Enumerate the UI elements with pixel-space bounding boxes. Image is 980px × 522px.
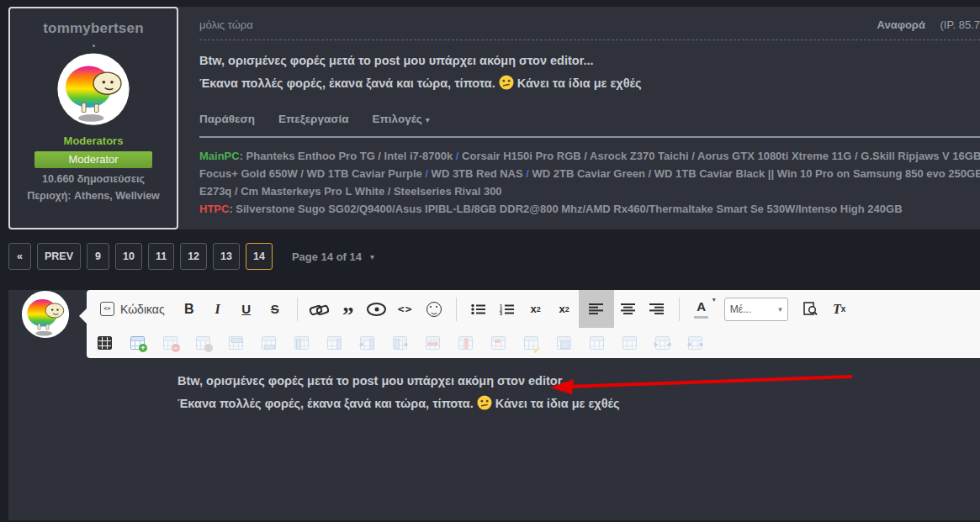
move-column-right-icon: ► [393, 336, 407, 350]
post-timestamp[interactable]: μόλις τώρα [199, 18, 253, 31]
subscript-button[interactable]: x2 [522, 290, 550, 328]
numbered-list-button[interactable]: 123 [493, 290, 522, 328]
link-button[interactable] [305, 290, 334, 328]
merge-cells-horizontal-button[interactable]: ►◄ [654, 335, 670, 351]
insert-table-button[interactable] [130, 335, 146, 351]
editor-box: Κώδικας B I U S ” <> [87, 290, 980, 415]
delete-row-button[interactable] [425, 335, 441, 351]
header-divider [199, 40, 980, 40]
page-button-11[interactable]: 11 [148, 243, 174, 270]
post-text-line2: Έκανα πολλές φορές, έκανα ξανά και τώρα,… [199, 72, 980, 95]
author-post-count: 10.660 δημοσιεύσεις [10, 173, 177, 185]
split-cells-button[interactable]: ◄► [687, 335, 703, 351]
toolbar-row-formatting: Κώδικας B I U S ” <> [87, 290, 980, 328]
author-username[interactable]: tommybertsen [10, 20, 177, 37]
insert-column-right-button[interactable] [326, 335, 342, 351]
insert-row-above-icon [229, 336, 243, 350]
author-avatar[interactable] [56, 52, 130, 126]
chevron-down-icon: ▾ [778, 305, 782, 314]
table-icon [98, 336, 112, 350]
strikethrough-button[interactable]: S [261, 290, 289, 328]
editor-text-line2: Έκανα πολλές φορές, έκανα ξανά και τώρα,… [177, 393, 980, 415]
move-column-right-button[interactable]: ► [392, 335, 408, 351]
prev-page-button[interactable]: PREV [37, 243, 81, 270]
text-color-button[interactable]: A▾ [687, 290, 716, 328]
page-button-9[interactable]: 9 [87, 243, 109, 270]
post-main: μόλις τώρα Αναφορά (IP. 85.7 Btw, ορισμέ… [178, 7, 980, 229]
source-code-icon: <> [398, 303, 413, 314]
edit-cell-button[interactable] [523, 335, 539, 351]
confused-emoji-icon [477, 395, 492, 410]
pagination: « PREV 9 10 11 12 13 14 Page 14 of 14▾ [8, 243, 980, 270]
insert-column-left-button[interactable] [294, 335, 310, 351]
page-info-dropdown[interactable]: Page 14 of 14▾ [292, 250, 374, 263]
quote-button[interactable]: Παράθεση [199, 113, 255, 125]
editor-text-line1: Btw, ορισμένες φορές μετά το post μου υπ… [177, 370, 980, 393]
table-button[interactable] [97, 335, 113, 351]
align-left-icon [589, 303, 604, 314]
insert-row-below-icon [262, 336, 276, 350]
page-button-14-current[interactable]: 14 [246, 243, 273, 270]
delete-row-icon [426, 336, 440, 350]
code-page-icon [100, 302, 114, 316]
first-page-button[interactable]: « [8, 243, 31, 270]
author-panel: tommybertsen Moderators Moderator 10.660… [8, 7, 178, 229]
font-size-dropdown[interactable]: Μέ...▾ [724, 298, 788, 321]
table-properties-button[interactable] [195, 335, 211, 351]
table-grid-b-button[interactable] [622, 335, 638, 351]
bulleted-list-icon [471, 303, 486, 315]
merge-cells-button[interactable] [556, 335, 572, 351]
emoticon-button[interactable] [420, 290, 448, 328]
blockquote-button[interactable]: ” [334, 290, 363, 328]
toolbar-row-table-tools: ◄ ► ►◄ ◄► [87, 328, 980, 358]
quote-icon: ” [342, 311, 354, 319]
move-column-left-button[interactable]: ◄ [359, 335, 375, 351]
preview-button[interactable] [363, 290, 391, 328]
signature-line2: Focus+ Gold 650W / WD 1TB Caviar Purple … [199, 165, 980, 182]
align-right-button[interactable] [643, 290, 671, 328]
italic-button[interactable]: I [204, 290, 232, 328]
delete-column-icon [458, 336, 473, 350]
align-center-button[interactable] [614, 290, 643, 328]
report-link[interactable]: Αναφορά [877, 18, 925, 31]
table-grid-a-button[interactable] [589, 335, 605, 351]
source-button[interactable]: <> [391, 290, 420, 328]
poster-ip: (IP. 85.7 [940, 18, 980, 31]
author-location: Περιοχή: Athens, Wellview [10, 190, 177, 202]
page-button-10[interactable]: 10 [115, 243, 142, 270]
editor-content-area[interactable]: Btw, ορισμένες φορές μετά το post μου υπ… [165, 358, 980, 415]
delete-column-button[interactable] [458, 335, 474, 351]
smiley-icon [426, 302, 442, 317]
eye-icon [367, 303, 386, 316]
table-grid-icon [622, 336, 637, 350]
signature-line4: HTPC: Silverstone Sugo SG02/Q9400/Asus I… [199, 200, 980, 218]
bulleted-list-button[interactable] [464, 290, 493, 328]
toolbar-separator [456, 298, 457, 321]
insert-row-below-button[interactable] [261, 335, 277, 351]
signature: MainPC: Phanteks Enthoo Pro TG / Intel i… [199, 147, 980, 218]
print-preview-button[interactable] [797, 290, 825, 328]
chevron-down-icon: ▾ [426, 115, 430, 124]
bold-button[interactable]: B [175, 290, 204, 328]
editor-toolbar: Κώδικας B I U S ” <> [87, 290, 980, 358]
online-status-dot [93, 45, 95, 47]
options-button[interactable]: Επιλογές▾ [373, 113, 430, 125]
delete-cell-button[interactable] [490, 335, 506, 351]
insert-column-right-icon [327, 336, 342, 350]
svg-text:3: 3 [500, 311, 502, 315]
page-button-13[interactable]: 13 [213, 243, 240, 270]
superscript-button[interactable]: x2 [550, 290, 579, 328]
code-block-button[interactable]: Κώδικας [95, 290, 175, 328]
remove-format-button[interactable]: Tx [825, 290, 854, 328]
delete-table-button[interactable] [162, 335, 178, 351]
post-actions: Παράθεση Επεξεργασία Επιλογές▾ [199, 113, 980, 125]
delete-table-icon [163, 336, 177, 350]
insert-row-above-button[interactable] [228, 335, 244, 351]
page-button-12[interactable]: 12 [180, 243, 207, 270]
edit-button[interactable]: Επεξεργασία [278, 113, 349, 125]
align-left-button[interactable] [579, 290, 614, 328]
edit-cell-icon [524, 336, 538, 350]
align-right-icon [649, 303, 665, 314]
forum-page: tommybertsen Moderators Moderator 10.660… [0, 7, 980, 520]
underline-button[interactable]: U [232, 290, 261, 328]
